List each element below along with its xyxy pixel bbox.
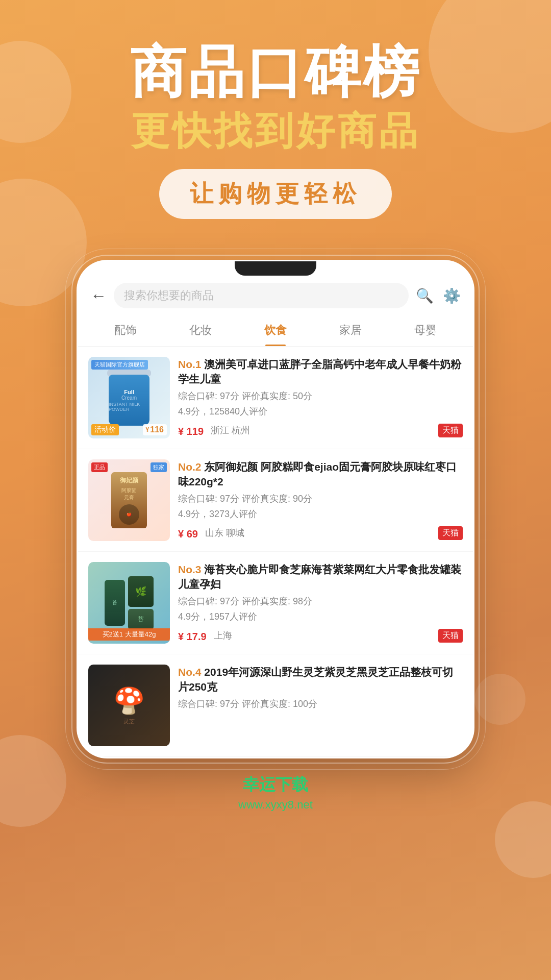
hero-subtitle: 更快找到好商品 xyxy=(0,108,551,154)
exclusive-label-2: 独家 xyxy=(151,462,167,472)
original-price-badge: ¥116 xyxy=(143,424,167,435)
phone-mock: ← 搜索你想要的商品 🔍 ⚙️ 配饰 化妆 饮食 家居 母婴 天猫国际官方旗 xyxy=(77,260,474,758)
settings-icon[interactable]: ⚙️ xyxy=(443,287,461,304)
product-price-row-3: ¥ 17.9 上海 天猫 xyxy=(178,628,463,644)
product-price-3: ¥ 17.9 xyxy=(178,628,207,644)
hero-tag: 让购物更轻松 xyxy=(159,169,392,219)
product-title-3: No.3 海苔夹心脆片即食芝麻海苔紫菜网红大片零食批发罐装儿童孕妇 xyxy=(178,562,463,592)
activity-price-label: 活动价 xyxy=(91,424,119,435)
back-button[interactable]: ← xyxy=(90,286,107,305)
phone-notch xyxy=(78,261,473,277)
seaweed-can-1: 苔 xyxy=(105,580,125,626)
product-image-2: 御妃颜 阿胶固 元膏 🍎 正品 独家 xyxy=(88,459,170,541)
tab-makeup[interactable]: 化妆 xyxy=(163,314,238,346)
brand-sub-text: www.xyxy8.net xyxy=(0,798,551,812)
product-image-4: 🍄 灵芝 xyxy=(88,665,170,746)
product-reviews-1: 4.9分，125840人评价 xyxy=(178,405,463,418)
tab-accessories[interactable]: 配饰 xyxy=(88,314,163,346)
category-tabs: 配饰 化妆 饮食 家居 母婴 xyxy=(78,314,473,347)
product-item-2[interactable]: 御妃颜 阿胶固 元膏 🍎 正品 独家 No.2 东阿御妃颜 阿胶糕即食ejiao… xyxy=(78,449,473,552)
search-placeholder: 搜索你想要的商品 xyxy=(124,288,214,303)
hero-section: 商品口碑榜 更快找到好商品 让购物更轻松 xyxy=(0,0,551,239)
search-icon[interactable]: 🔍 xyxy=(416,287,434,304)
buy-label-3: 买2送1 大量量42g xyxy=(88,628,170,641)
product-scores-3: 综合口碑: 97分 评价真实度: 98分 xyxy=(178,595,463,607)
product-info-1: No.1 澳洲美可卓进口蓝胖子全脂高钙中老年成人早餐牛奶粉学生儿童 综合口碑: … xyxy=(178,357,463,438)
tab-baby[interactable]: 母婴 xyxy=(388,314,463,346)
product-item-1[interactable]: 天猫国际官方旗舰店 Full Cream INSTANT MILK POWDER… xyxy=(78,347,473,449)
product-title-4: No.4 2019年河源深山野生灵芝紫灵芝黑灵芝正品整枝可切片250克 xyxy=(178,665,463,695)
tab-home[interactable]: 家居 xyxy=(313,314,388,346)
platform-badge-2: 天猫 xyxy=(438,526,463,540)
product-info-4: No.4 2019年河源深山野生灵芝紫灵芝黑灵芝正品整枝可切片250克 综合口碑… xyxy=(178,665,463,746)
product-item-3[interactable]: 苔 🌿 苔 买2送1 大量量42g No.3 海苔夹心脆片即食芝麻海苔紫菜网红大… xyxy=(78,552,473,654)
platform-badge-1: 天猫 xyxy=(438,424,463,437)
product-list: 天猫国际官方旗舰店 Full Cream INSTANT MILK POWDER… xyxy=(78,347,473,757)
brand-label-2: 正品 xyxy=(91,462,108,472)
search-bar-row: ← 搜索你想要的商品 🔍 ⚙️ xyxy=(78,277,473,314)
product-price-row-2: ¥ 69 山东 聊城 天猫 xyxy=(178,525,463,541)
product-scores-2: 综合口碑: 97分 评价真实度: 90分 xyxy=(178,493,463,505)
phone-notch-inner xyxy=(235,261,316,276)
product-reviews-3: 4.9分，1957人评价 xyxy=(178,610,463,623)
product-image-3: 苔 🌿 苔 买2送1 大量量42g xyxy=(88,562,170,644)
platform-badge-3: 天猫 xyxy=(438,629,463,643)
bottom-brand: 幸运下载 www.xyxy8.net xyxy=(0,758,551,832)
milk-can: Full Cream INSTANT MILK POWDER xyxy=(109,375,149,426)
search-input[interactable]: 搜索你想要的商品 xyxy=(114,283,409,308)
product-origin-1: 浙江 杭州 xyxy=(211,424,250,436)
product-price-1: ¥ 119 xyxy=(178,423,204,438)
product-title-2: No.2 东阿御妃颜 阿胶糕即食ejiao固元膏阿胶块原味红枣口味220g*2 xyxy=(178,459,463,489)
hero-title: 商品口碑榜 xyxy=(0,41,551,103)
product-info-2: No.2 东阿御妃颜 阿胶糕即食ejiao固元膏阿胶块原味红枣口味220g*2 … xyxy=(178,459,463,541)
product-item-4[interactable]: 🍄 灵芝 No.4 2019年河源深山野生灵芝紫灵芝黑灵芝正品整枝可切片250克… xyxy=(78,654,473,757)
product-info-3: No.3 海苔夹心脆片即食芝麻海苔紫菜网红大片零食批发罐装儿童孕妇 综合口碑: … xyxy=(178,562,463,644)
activity-label-1: 天猫国际官方旗舰店 xyxy=(91,360,148,370)
product-price-row-1: ¥ 119 浙江 杭州 天猫 xyxy=(178,423,463,438)
phone-frame: ← 搜索你想要的商品 🔍 ⚙️ 配饰 化妆 饮食 家居 母婴 天猫国际官方旗 xyxy=(77,260,474,758)
search-icons: 🔍 ⚙️ xyxy=(416,287,461,304)
tab-food[interactable]: 饮食 xyxy=(238,314,313,346)
deco-circle-6 xyxy=(474,674,525,725)
product-scores-1: 综合口碑: 97分 评价真实度: 50分 xyxy=(178,390,463,402)
product-reviews-2: 4.9分，3273人评价 xyxy=(178,508,463,520)
product-price-2: ¥ 69 xyxy=(178,525,198,541)
product-origin-3: 上海 xyxy=(214,629,232,642)
product-origin-2: 山东 聊城 xyxy=(205,527,244,539)
product-image-1: 天猫国际官方旗舰店 Full Cream INSTANT MILK POWDER… xyxy=(88,357,170,438)
brand-main-text: 幸运下载 xyxy=(0,774,551,796)
product-scores-4: 综合口碑: 97分 评价真实度: 100分 xyxy=(178,698,463,710)
product-title-1: No.1 澳洲美可卓进口蓝胖子全脂高钙中老年成人早餐牛奶粉学生儿童 xyxy=(178,357,463,387)
